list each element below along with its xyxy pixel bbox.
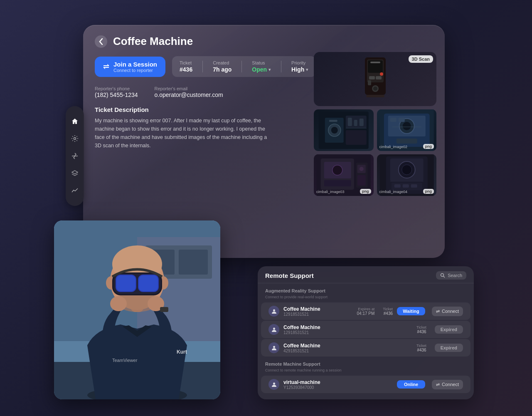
priority-row[interactable]: High ▾: [291, 66, 308, 73]
priority-label: Priority: [291, 60, 308, 65]
ar-item-2: Coffee Machine 12918531521 Ticket #436 E…: [261, 321, 470, 338]
nav-home-icon[interactable]: [69, 116, 81, 127]
created-field: Created 7h ago: [213, 60, 232, 73]
ticket-label: Ticket: [180, 60, 192, 65]
svg-rect-10: [370, 62, 380, 63]
remote-item-1-status: Online: [397, 380, 425, 389]
svg-line-80: [443, 276, 445, 277]
ar-item-1-expires-label: Expires at: [357, 307, 375, 311]
scan-badge: 3D Scan: [409, 55, 433, 63]
ar-item-2-info: Coffee Machine 12918531521: [283, 324, 346, 335]
person-icon-1: [271, 309, 277, 314]
svg-rect-12: [368, 80, 371, 85]
remote-item-1-icon: [268, 379, 279, 390]
nav-sessions-icon[interactable]: [69, 150, 81, 162]
nav-layers-icon[interactable]: [69, 168, 81, 179]
img3-badge: png: [360, 189, 371, 194]
reporter-phone-value: (182) 5455-1234: [95, 92, 138, 98]
video-background: TeamViewer Kurt: [54, 220, 220, 399]
remote-item-1-connect-button[interactable]: ⇌ Connect: [432, 380, 463, 389]
svg-point-79: [441, 274, 444, 277]
rs-search[interactable]: Search: [436, 271, 466, 280]
rs-body: Augmented Reality Support Connect to pro…: [258, 283, 474, 398]
search-icon: [440, 273, 445, 278]
ar-item-1-ticket-label: Ticket: [383, 307, 393, 311]
small-image-grid: cimbali_image02 png cimbali_image03 p: [314, 109, 436, 196]
ar-section-title: Augmented Reality Support: [258, 287, 474, 295]
connect-icon-remote: ⇌: [436, 382, 440, 387]
svg-rect-71: [116, 275, 135, 291]
svg-rect-76: [160, 307, 168, 312]
ar-item-1: Coffee Machine 12918531521 Expires at 04…: [261, 302, 470, 320]
svg-rect-31: [390, 118, 396, 122]
reporter-phone-label: Reporter's phone: [95, 86, 138, 91]
svg-point-6: [373, 87, 377, 91]
join-session-button[interactable]: ⇌ Join a Session Connect to reporter: [95, 57, 165, 77]
svg-rect-9: [366, 95, 384, 97]
priority-chevron: ▾: [306, 67, 308, 72]
main-coffee-image[interactable]: 3D Scan: [314, 52, 436, 106]
back-button[interactable]: [95, 35, 107, 48]
ar-item-2-ticket-label: Ticket: [416, 325, 426, 329]
join-sub: Connect to reporter: [113, 68, 157, 73]
small-image-3[interactable]: cimbali_image03 png: [314, 154, 374, 196]
person-icon-4: [271, 382, 277, 387]
ar-item-3: Coffee Machine 42918531521 Ticket #436 E…: [261, 339, 470, 357]
svg-rect-29: [396, 139, 417, 144]
tablet-header: Coffee Machine: [95, 35, 433, 48]
svg-point-37: [332, 165, 342, 175]
ar-item-3-info: Coffee Machine 42918531521: [283, 343, 346, 353]
small-image-1[interactable]: [314, 109, 374, 151]
created-value: 7h ago: [213, 66, 232, 73]
connect-label-remote: Connect: [442, 382, 459, 387]
divider-3: [281, 61, 281, 72]
ar-item-1-icon: [268, 306, 279, 317]
svg-point-18: [331, 127, 338, 134]
svg-rect-22: [354, 120, 357, 126]
ar-item-1-ticket-val: #436: [383, 311, 393, 316]
svg-rect-8: [376, 76, 382, 79]
divider-2: [241, 61, 242, 72]
svg-point-41: [360, 167, 364, 171]
ar-item-3-ticket: Ticket #436: [416, 344, 426, 352]
remote-section-sub: Connect to remote machine running a sess…: [258, 368, 474, 375]
svg-point-83: [273, 346, 275, 348]
person-icon-2: [271, 327, 277, 332]
small-image-4[interactable]: cimbali_image04 png: [377, 154, 437, 196]
svg-text:TeamViewer: TeamViewer: [112, 358, 138, 363]
img4-badge: png: [423, 189, 434, 194]
machine-svg-1: [314, 109, 374, 151]
svg-rect-19: [329, 120, 337, 122]
ar-section-sub: Connect to provide real-world support: [258, 295, 474, 302]
page-title: Coffee Machine: [113, 35, 193, 48]
small-image-2[interactable]: cimbali_image02 png: [377, 109, 437, 151]
video-frame: TeamViewer Kurt: [54, 220, 220, 399]
reporter-phone: Reporter's phone (182) 5455-1234: [95, 86, 138, 99]
img2-badge: png: [423, 144, 434, 149]
ar-item-3-ticket-val: #436: [416, 348, 426, 352]
reporter-email: Reporter's email o.operator@customer.com: [155, 86, 223, 99]
ar-item-3-status: Expired: [435, 344, 463, 352]
priority-value: High: [291, 66, 304, 73]
ar-item-1-connect-button[interactable]: ⇌ Connect: [432, 307, 463, 316]
svg-text:Kurt: Kurt: [177, 349, 187, 355]
nav-analytics-icon[interactable]: [69, 185, 81, 196]
img3-label: cimbali_image03: [316, 190, 345, 194]
ar-item-1-id: 12918531521: [283, 312, 353, 317]
rs-title: Remote Support: [265, 272, 314, 279]
img4-label: cimbali_image04: [379, 190, 408, 194]
svg-rect-49: [402, 184, 409, 188]
remote-item-1-name: virtual-machine: [283, 379, 336, 385]
ar-item-3-ticket-label: Ticket: [416, 344, 426, 348]
rs-header: Remote Support Search: [258, 266, 474, 283]
ar-item-3-name: Coffee Machine: [283, 343, 346, 349]
svg-rect-7: [369, 76, 375, 79]
ar-item-2-ticket: Ticket #436: [416, 325, 426, 334]
nav-settings-icon[interactable]: [69, 133, 81, 144]
status-row[interactable]: Open ▾: [252, 66, 271, 73]
connect-label-1: Connect: [442, 309, 459, 314]
svg-rect-23: [360, 119, 364, 126]
reporter-email-label: Reporter's email: [155, 86, 223, 91]
svg-point-28: [402, 122, 411, 130]
remote-item-1: virtual-machine Y125393847000 Online ⇌ C…: [261, 376, 470, 393]
